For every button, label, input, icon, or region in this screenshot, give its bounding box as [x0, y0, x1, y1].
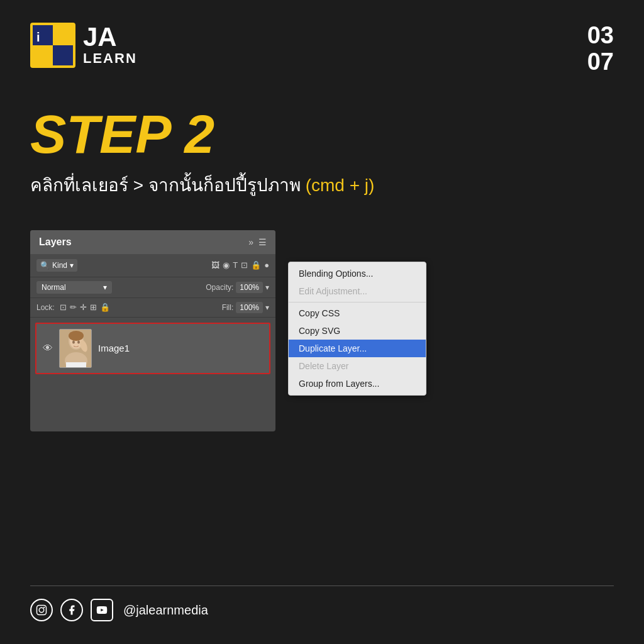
context-menu-group-from-layers[interactable]: Group from Layers...	[289, 375, 426, 392]
svg-point-13	[77, 340, 80, 343]
layers-panel: Layers » ☰ 🔍 Kind 🖼 ◉	[30, 230, 275, 431]
context-menu-duplicate-layer[interactable]: Duplicate Layer...	[289, 340, 426, 357]
svg-point-16	[39, 608, 44, 613]
logo-area: i J JA LEARN	[30, 23, 137, 68]
context-menu-copy-svg[interactable]: Copy SVG	[289, 322, 426, 340]
blend-mode-value: Normal	[42, 283, 66, 292]
expand-icon[interactable]: »	[248, 237, 253, 247]
toolbar-icons: 🖼 ◉ T ⊡ 🔒 ●	[211, 260, 269, 270]
context-menu-separator-1	[289, 302, 426, 303]
description-cmd: (cmd + j)	[306, 175, 375, 195]
svg-rect-15	[37, 606, 47, 615]
lock-icon[interactable]: 🔒	[251, 260, 261, 270]
menu-icon[interactable]: ☰	[258, 237, 267, 247]
fill-control: Fill: 100%	[222, 302, 269, 313]
svg-rect-2	[53, 45, 73, 65]
layers-toolbar-row2: Normal Opacity: 100%	[30, 277, 275, 298]
context-menu-edit-adjustment: Edit Adjustment...	[289, 282, 426, 300]
svg-rect-3	[33, 47, 50, 64]
step-counter: 03 07	[587, 23, 614, 75]
opacity-control: Opacity: 100%	[206, 282, 269, 293]
opacity-chevron-icon	[265, 283, 269, 292]
description-text: คลิกที่เลเยอร์ > จากนั้นก็อปปี้รูปภาพ	[30, 175, 301, 195]
lock-label: Lock:	[36, 303, 55, 312]
step-counter-top: 03	[587, 23, 614, 49]
layers-section: Layers » ☰ 🔍 Kind 🖼 ◉	[30, 230, 614, 431]
crop-icon[interactable]: ⊡	[241, 260, 248, 270]
lock-icons: ⊡ ✏ ✛ ⊞ 🔒	[60, 303, 110, 312]
svg-text:i: i	[36, 30, 40, 44]
main-content: STEP 2 คลิกที่เลเยอร์ > จากนั้นก็อปปี้รู…	[30, 107, 614, 431]
svg-rect-1	[33, 25, 53, 45]
circle-icon[interactable]: ◉	[223, 260, 230, 270]
search-icon: 🔍	[40, 261, 50, 270]
context-menu-copy-css[interactable]: Copy CSS	[289, 304, 426, 322]
fill-value[interactable]: 100%	[236, 302, 263, 313]
blend-mode-dropdown[interactable]: Normal	[36, 281, 112, 294]
facebook-icon[interactable]	[60, 599, 83, 621]
svg-point-12	[72, 340, 75, 343]
kind-label: Kind	[52, 261, 67, 270]
image-icon[interactable]: 🖼	[211, 260, 219, 270]
page: i J JA LEARN 03 07 STEP 2 คลิกที่เลเยอร์…	[0, 0, 644, 644]
chevron-down-icon	[70, 261, 74, 270]
blend-chevron-icon	[103, 283, 107, 292]
social-handle: @jalearnmedia	[123, 603, 208, 618]
lock-artboard-icon[interactable]: ⊞	[90, 303, 97, 312]
layer-thumbnail	[59, 329, 92, 368]
logo-ja: JA	[83, 24, 137, 50]
layer-name: Image1	[98, 343, 130, 353]
layers-panel-title: Layers	[39, 236, 72, 248]
layer-visibility-icon[interactable]: 👁	[43, 343, 53, 354]
svg-point-17	[43, 607, 45, 608]
step-description: คลิกที่เลเยอร์ > จากนั้นก็อปปี้รูปภาพ (c…	[30, 171, 614, 199]
footer-divider	[30, 586, 614, 586]
layers-header-icons: » ☰	[248, 237, 267, 247]
svg-point-9	[69, 331, 84, 341]
context-menu-delete-layer: Delete Layer	[289, 357, 426, 375]
lock-move-icon[interactable]: ✛	[80, 303, 87, 312]
opacity-label: Opacity:	[206, 283, 233, 292]
step-counter-bottom: 07	[587, 49, 614, 75]
circle-fill-icon[interactable]: ●	[264, 260, 269, 270]
footer-content: @jalearnmedia	[30, 599, 614, 621]
fill-chevron-icon	[265, 303, 269, 312]
layers-panel-header: Layers » ☰	[30, 230, 275, 254]
youtube-icon[interactable]	[91, 599, 113, 621]
kind-dropdown[interactable]: 🔍 Kind	[36, 259, 77, 272]
logo-learn: LEARN	[83, 50, 137, 67]
text-icon[interactable]: T	[233, 260, 238, 270]
fill-label: Fill:	[222, 303, 234, 312]
layer-thumb-image	[60, 330, 91, 367]
layers-toolbar-row3: Lock: ⊡ ✏ ✛ ⊞ 🔒 Fill: 100%	[30, 298, 275, 318]
opacity-value[interactable]: 100%	[236, 282, 263, 293]
svg-rect-14	[66, 362, 86, 368]
svg-text:J: J	[54, 30, 61, 44]
layer-item[interactable]: 👁	[35, 323, 270, 374]
lock-padlock-icon[interactable]: 🔒	[100, 303, 110, 312]
context-menu: Blending Options... Edit Adjustment... C…	[288, 262, 426, 396]
social-icons	[30, 599, 113, 621]
logo-text: JA LEARN	[83, 24, 137, 67]
context-menu-blending-options[interactable]: Blending Options...	[289, 265, 426, 282]
step-title: STEP 2	[30, 107, 614, 161]
instagram-icon[interactable]	[30, 599, 53, 621]
layers-toolbar-row1: 🔍 Kind 🖼 ◉ T ⊡ 🔒 ●	[30, 254, 275, 277]
lock-checkbox-icon[interactable]: ⊡	[60, 303, 67, 312]
footer: @jalearnmedia	[30, 586, 614, 621]
header: i J JA LEARN 03 07	[30, 23, 614, 75]
logo-icon: i J	[30, 23, 75, 68]
lock-brush-icon[interactable]: ✏	[70, 303, 77, 312]
